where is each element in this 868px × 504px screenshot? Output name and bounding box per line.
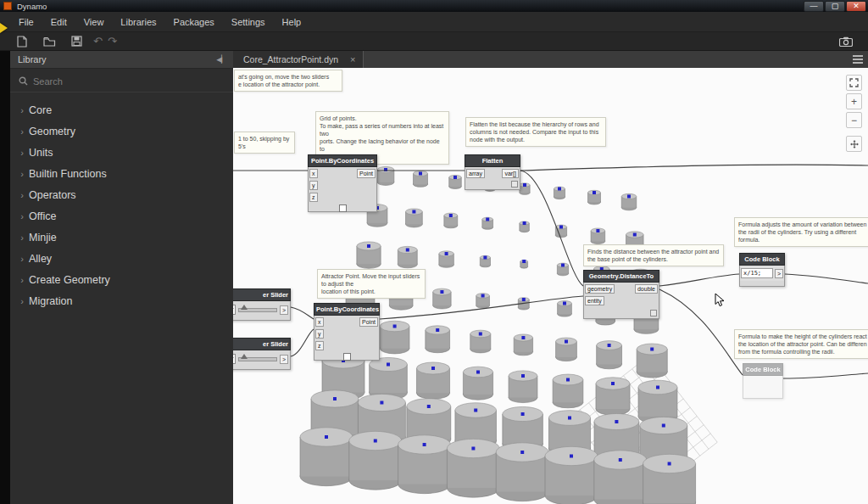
library-title: Library — [10, 54, 216, 64]
input-port-y[interactable]: y — [315, 329, 324, 339]
menu-settings[interactable]: Settings — [223, 14, 274, 31]
undo-button[interactable]: ↶ — [93, 35, 103, 48]
output-port-point[interactable]: Point — [359, 317, 378, 327]
note-attractor-point[interactable]: Attractor Point. Move the input sliders … — [317, 269, 426, 299]
zoom-in-button[interactable]: + — [846, 93, 862, 109]
preview-checkbox[interactable] — [339, 204, 347, 212]
save-button[interactable] — [66, 34, 86, 49]
note-finds-distance[interactable]: Finds the distance between the attractor… — [583, 244, 724, 266]
input-port-x[interactable]: x — [315, 317, 324, 327]
node-number-slider-1[interactable]: er Slider > — [233, 288, 291, 321]
note-formula-radii[interactable]: Formula adjusts the amount of variation … — [734, 217, 868, 247]
output-port-double[interactable]: double — [635, 284, 658, 294]
wire[interactable] — [783, 373, 868, 378]
sidebar-item-minjie[interactable]: ›Minjie — [10, 227, 233, 248]
lacing-icon[interactable] — [650, 310, 657, 316]
slider-value-field[interactable] — [233, 305, 236, 315]
minimize-button[interactable]: — — [804, 1, 824, 12]
input-port-x[interactable]: x — [309, 169, 318, 178]
menu-edit[interactable]: Edit — [42, 14, 75, 31]
node-flatten[interactable]: Flatten arrayvar[] — [465, 154, 520, 190]
app-icon — [3, 2, 12, 10]
code-block-expression[interactable]: x/15; — [741, 268, 773, 278]
slider-handle[interactable] — [241, 305, 248, 310]
output-port[interactable]: > — [280, 355, 288, 364]
output-port[interactable]: > — [775, 269, 783, 278]
output-port-point[interactable]: Point — [357, 169, 376, 178]
sidebar-item-alley[interactable]: ›Alley — [10, 248, 233, 269]
node-code-block-dimmed[interactable]: Code Block — [743, 363, 783, 399]
close-button[interactable]: ✕ — [846, 1, 866, 12]
preview-checkbox[interactable] — [343, 353, 351, 361]
node-title: Point.ByCoordinates — [314, 303, 380, 316]
note-formula-height[interactable]: Formula to make the height of the cylind… — [734, 329, 868, 359]
sidebar-item-core[interactable]: ›Core — [10, 99, 233, 120]
graph-canvas[interactable]: at's going on, move the two sliders e lo… — [233, 68, 868, 504]
menu-file[interactable]: File — [10, 14, 42, 31]
open-button[interactable] — [39, 34, 59, 49]
wire[interactable] — [659, 274, 739, 286]
menu-packages[interactable]: Packages — [165, 14, 223, 31]
chevron-right-icon: › — [15, 232, 29, 243]
slider-handle[interactable] — [241, 354, 248, 359]
sidebar-item-geometry[interactable]: ›Geometry — [10, 120, 233, 142]
note-flatten[interactable]: Flatten the list because the hierarchy o… — [465, 117, 606, 147]
note-range[interactable]: 1 to 50, skipping by 5's — [234, 132, 295, 154]
node-point-by-coordinates-2[interactable]: Point.ByCoordinates xPoint y z — [314, 303, 380, 361]
sidebar-item-builtin-functions[interactable]: ›Builtin Functions — [10, 163, 233, 184]
menu-help[interactable]: Help — [274, 14, 310, 31]
pan-icon — [849, 139, 860, 149]
input-port-z[interactable]: z — [315, 341, 324, 350]
input-port-array[interactable]: array — [466, 169, 485, 178]
lacing-icon[interactable] — [511, 181, 518, 188]
mouse-cursor — [715, 294, 726, 308]
zoom-fit-button[interactable] — [846, 75, 862, 91]
slider-track[interactable] — [238, 308, 277, 312]
pan-button[interactable] — [846, 136, 862, 152]
slider-value-field[interactable] — [233, 354, 236, 364]
menu-view[interactable]: View — [75, 14, 113, 31]
new-file-button[interactable] — [12, 34, 32, 49]
node-code-block[interactable]: Code Block x/15; > — [739, 253, 785, 287]
redo-button[interactable]: ↷ — [108, 35, 117, 48]
input-port-entity[interactable]: entity — [585, 296, 604, 305]
output-port-var[interactable]: var[] — [502, 169, 519, 178]
wire[interactable] — [659, 289, 743, 375]
sidebar-item-create-geometry[interactable]: ›Create Geometry — [10, 269, 233, 290]
save-disk-icon — [71, 36, 82, 47]
workspace-menu-icon[interactable] — [853, 55, 863, 65]
maximize-button[interactable]: ▢ — [825, 1, 845, 12]
titlebar[interactable]: Dynamo — ▢ ✕ — [0, 0, 868, 12]
node-title: Flatten — [465, 154, 520, 167]
sidebar-item-migration[interactable]: ›Migration — [10, 290, 233, 311]
node-title: Point.ByCoordinates — [308, 154, 377, 167]
node-title: er Slider — [233, 288, 291, 301]
input-port-z[interactable]: z — [309, 193, 318, 202]
node-geometry-distanceto[interactable]: Geometry.DistanceTo geometrydouble entit… — [583, 270, 659, 319]
tab-core-attractorpoint[interactable]: Core_AttractorPoint.dyn × — [233, 51, 364, 68]
main-area: Library ◀▏ Search ›Core ›Geometry ›Units… — [0, 51, 868, 504]
wire[interactable] — [785, 274, 868, 283]
search-placeholder: Search — [33, 76, 63, 87]
chevron-right-icon: › — [15, 126, 29, 137]
slider-track[interactable] — [238, 357, 277, 361]
wire[interactable] — [291, 307, 314, 319]
collapse-panel-icon[interactable]: ◀▏ — [216, 55, 233, 64]
sidebar-item-units[interactable]: ›Units — [10, 142, 233, 163]
wire[interactable] — [291, 329, 314, 356]
node-number-slider-2[interactable]: er Slider > — [233, 338, 291, 370]
input-port-geometry[interactable]: geometry — [585, 284, 615, 294]
export-image-button[interactable] — [836, 34, 856, 49]
input-port-y[interactable]: y — [309, 181, 318, 190]
sidebar-item-office[interactable]: ›Office — [10, 205, 233, 227]
node-point-by-coordinates-1[interactable]: Point.ByCoordinates xPoint y z — [308, 154, 377, 212]
output-port[interactable]: > — [280, 305, 288, 315]
zoom-out-button[interactable]: − — [846, 112, 862, 128]
tab-close-icon[interactable]: × — [350, 54, 355, 64]
library-search[interactable]: Search — [10, 71, 233, 92]
open-folder-icon — [43, 36, 56, 47]
sidebar-item-operators[interactable]: ›Operators — [10, 184, 233, 205]
wire[interactable] — [520, 165, 868, 171]
note-intro[interactable]: at's going on, move the two sliders e lo… — [234, 70, 342, 92]
menu-libraries[interactable]: Libraries — [112, 14, 164, 31]
